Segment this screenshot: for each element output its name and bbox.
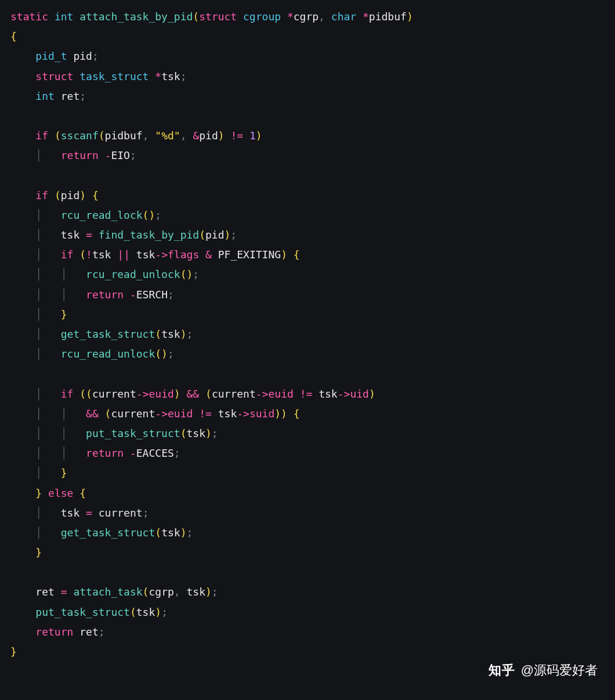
watermark: 知乎 @源码爱好者 — [489, 658, 598, 683]
watermark-logo: 知乎 — [489, 658, 515, 683]
watermark-author: @源码爱好者 — [521, 658, 598, 683]
code-block: static int attach_task_by_pid(struct cgr… — [10, 7, 605, 662]
